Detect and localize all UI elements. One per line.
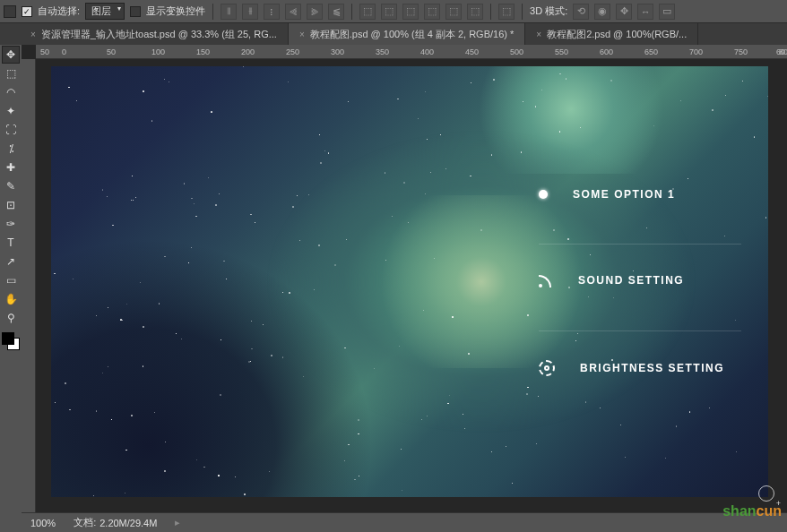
align-right-icon[interactable]: ⫹ (328, 4, 344, 20)
align-bottom-icon[interactable]: ⫶ (264, 4, 280, 20)
watermark-a: shan (722, 503, 756, 519)
wand-tool-icon[interactable]: ✦ (2, 102, 20, 120)
show-transform-checkbox[interactable] (130, 6, 141, 17)
ruler-tick: 150 (196, 47, 210, 56)
doc-size-value: 2.20M/29.4M (99, 518, 157, 528)
shape-tool-icon[interactable]: ▭ (2, 271, 20, 289)
document-tabs: × 资源管理器_输入地址toast.psd @ 33.3% (组 25, RG.… (0, 23, 787, 45)
watermark: shancun (722, 503, 782, 519)
workspace: 50 0501001502002503003504004505005506006… (22, 45, 787, 512)
ruler-vertical[interactable] (22, 59, 36, 512)
ruler-tick: 100 (151, 47, 165, 56)
ruler-tick: 550 (555, 47, 568, 56)
tab-1[interactable]: × 资源管理器_输入地址toast.psd @ 33.3% (组 25, RG.… (20, 23, 289, 45)
tab-label: 教程配图.psd @ 100% (组 4 副本 2, RGB/16) * (310, 28, 515, 41)
layer-dropdown[interactable]: 图层 (85, 3, 125, 20)
heal-tool-icon[interactable]: ✚ (2, 159, 20, 176)
status-bar: 100% 文档: 2.20M/29.4M ▸ (22, 512, 787, 532)
distribute-left-icon[interactable]: ⬚ (424, 4, 440, 20)
distribute-bottom-icon[interactable]: ⬚ (402, 4, 419, 20)
auto-select-checkbox[interactable]: ✓ (22, 6, 32, 17)
tool-preset-icon[interactable] (4, 5, 16, 18)
auto-select-label: 自动选择: (38, 4, 80, 18)
align-top-icon[interactable]: ⫴ (221, 4, 237, 20)
ruler-tick: 600 (600, 47, 613, 56)
close-icon[interactable]: × (30, 30, 36, 39)
ruler-tick: 300 (331, 47, 344, 56)
crop-tool-icon[interactable]: ⛶ (2, 121, 20, 139)
zoom-value[interactable]: 100% (30, 518, 56, 528)
options-bar: ✓ 自动选择: 图层 显示变换控件 ⫴ ⫵ ⫶ ⫷ ⫸ ⫹ ⬚ ⬚ ⬚ ⬚ ⬚ … (0, 0, 787, 23)
ruler-tick: 200 (241, 47, 255, 56)
menu-brightness[interactable]: BRIGHTNESS SETTING (539, 330, 741, 376)
distribute-hcenter-icon[interactable]: ⬚ (445, 4, 462, 20)
menu-label: BRIGHTNESS SETTING (580, 362, 724, 374)
ruler-tick: 500 (510, 47, 523, 56)
dot-icon (539, 190, 548, 199)
tab-label: 资源管理器_输入地址toast.psd @ 33.3% (组 25, RG... (41, 28, 277, 41)
ruler-tick: 250 (286, 47, 299, 56)
auto-align-icon[interactable]: ⬚ (498, 4, 515, 20)
ruler-tick: 60 (776, 47, 785, 56)
canvas[interactable]: SOME OPTION 1 SOUND SETTING BRIGHTNESS S… (51, 66, 768, 497)
3d-pan-icon[interactable]: ✥ (616, 4, 632, 20)
ruler-tick: 50 (40, 47, 49, 56)
ruler-horizontal[interactable]: 50 0501001502002503003504004505005506006… (36, 45, 787, 59)
3d-slide-icon[interactable]: ↔ (637, 4, 653, 20)
ruler-tick: 400 (420, 47, 434, 56)
menu-label: SOME OPTION 1 (573, 188, 675, 201)
show-transform-label: 显示变换控件 (146, 4, 205, 18)
ruler-tick: 650 (644, 47, 658, 56)
distribute-top-icon[interactable]: ⬚ (359, 4, 376, 20)
status-arrow-icon[interactable]: ▸ (175, 517, 180, 528)
ruler-tick: 350 (376, 47, 389, 56)
distribute-vcenter-icon[interactable]: ⬚ (381, 4, 397, 20)
eyedropper-tool-icon[interactable]: ⁒ (2, 140, 20, 158)
fg-color-swatch[interactable] (2, 332, 14, 345)
path-tool-icon[interactable]: ↗ (2, 253, 20, 270)
3d-camera-icon[interactable]: ▭ (659, 4, 675, 20)
zoom-tool-icon[interactable]: ⚲ (2, 309, 20, 327)
menu-option-1[interactable]: SOME OPTION 1 (539, 188, 741, 201)
align-vcenter-icon[interactable]: ⫵ (242, 4, 258, 20)
distribute-right-icon[interactable]: ⬚ (467, 4, 483, 20)
settings-menu: SOME OPTION 1 SOUND SETTING BRIGHTNESS S… (503, 66, 768, 497)
doc-size-label: 文档: (74, 516, 96, 529)
3d-roll-icon[interactable]: ◉ (594, 4, 610, 20)
align-left-icon[interactable]: ⫷ (285, 4, 301, 20)
color-swatches[interactable] (0, 332, 22, 357)
separator (212, 4, 213, 20)
pen-tool-icon[interactable]: ✑ (2, 215, 20, 233)
tab-3[interactable]: × 教程配图2.psd @ 100%(RGB/... (525, 23, 698, 45)
menu-sound[interactable]: SOUND SETTING (539, 244, 741, 287)
separator (490, 4, 491, 20)
separator (522, 4, 523, 20)
mode3d-label: 3D 模式: (530, 4, 567, 18)
watermark-b: cun (757, 503, 782, 519)
ruler-tick: 0 (62, 47, 66, 56)
separator (351, 4, 352, 20)
move-tool-icon[interactable]: ✥ (2, 46, 20, 64)
brightness-icon (539, 360, 555, 376)
marquee-tool-icon[interactable]: ⬚ (2, 64, 20, 82)
ruler-tick: 50 (107, 47, 116, 56)
tab-2[interactable]: × 教程配图.psd @ 100% (组 4 副本 2, RGB/16) * (289, 23, 525, 45)
ruler-tick: 450 (465, 47, 479, 56)
3d-orbit-icon[interactable]: ⟲ (573, 4, 589, 20)
ruler-tick: 750 (734, 47, 748, 56)
menu-label: SOUND SETTING (578, 274, 684, 287)
stamp-tool-icon[interactable]: ⊡ (2, 196, 20, 214)
close-icon[interactable]: × (299, 30, 305, 39)
align-hcenter-icon[interactable]: ⫸ (307, 4, 323, 20)
hand-tool-icon[interactable]: ✋ (2, 290, 20, 308)
text-tool-icon[interactable]: T (2, 234, 20, 252)
ruler-tick: 700 (689, 47, 703, 56)
close-icon[interactable]: × (536, 30, 541, 39)
tools-panel: ✥ ⬚ ◠ ✦ ⛶ ⁒ ✚ ✎ ⊡ ✑ T ↗ ▭ ✋ ⚲ (0, 45, 22, 357)
brush-tool-icon[interactable]: ✎ (2, 177, 20, 195)
sound-icon (539, 273, 553, 287)
lasso-tool-icon[interactable]: ◠ (2, 83, 20, 101)
tab-label: 教程配图2.psd @ 100%(RGB/... (547, 28, 687, 41)
